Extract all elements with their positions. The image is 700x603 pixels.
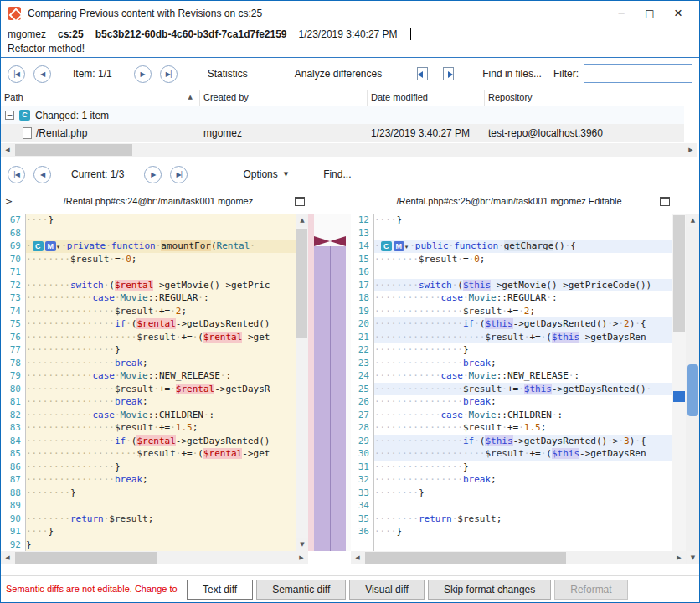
minimize-button[interactable]: ─ [607,1,636,26]
scroll-right-icon[interactable]: ▶ [295,551,308,564]
find-button[interactable]: Find... [323,168,351,180]
code-line[interactable] [374,227,672,240]
window-controls: ─ □ × [607,1,692,26]
last-item-button[interactable]: ▶| [160,65,178,83]
code-line[interactable]: ················if·($this->getDaysRented… [374,317,672,331]
column-header-path[interactable]: Path ▲ [1,90,200,106]
scroll-up-icon[interactable]: ▲ [687,214,700,227]
find-in-files-button[interactable]: Find in files... [482,68,542,80]
options-menu-button[interactable]: Options [243,168,277,180]
maximize-right-pane-icon[interactable] [660,197,670,206]
scrollbar-thumb[interactable] [15,144,132,156]
analyze-differences-button[interactable]: Analyze differences [295,68,383,80]
code-line[interactable]: ················break; [374,357,672,370]
code-line[interactable]: ················} [374,343,672,357]
table-row[interactable]: /Rental.php mgomez 1/23/2019 3:40:27 PM … [1,124,684,142]
scrollbar-thumb[interactable] [673,215,685,332]
item-counter: Item: 1/1 [73,68,112,80]
code-line[interactable]: ················$result·+=·$this->getDay… [374,383,672,396]
next-diff-button[interactable]: ▶ [144,166,162,183]
code-line[interactable]: ····················$result·+=·($this->g… [374,447,672,461]
code-line[interactable] [374,499,672,513]
visual-diff-button[interactable]: Visual diff [349,580,425,600]
right-pane-horizontal-scrollbar[interactable]: ◀ ▶ [351,551,686,564]
next-diff-file-icon[interactable] [443,67,454,80]
code-line[interactable]: ········switch·($this->getMovie()->getPr… [374,279,672,292]
scroll-right-icon[interactable]: ▶ [672,551,686,564]
code-line[interactable]: ················if·($this->getDaysRented… [374,435,672,448]
skip-format-changes-button[interactable]: Skip format changes [428,580,551,600]
next-item-button[interactable]: ▶ [134,65,152,83]
code-line[interactable]: ················} [374,461,672,474]
right-line-numbers: 1213141516171819202122232425262728293031… [351,214,374,551]
scroll-down-icon[interactable]: ▼ [296,538,309,551]
reformat-button[interactable]: Reformat [554,580,627,600]
previous-diff-button[interactable]: ◀ [33,166,51,183]
code-line[interactable]: ············case·Movie::REGULAR·: [374,291,672,305]
scroll-left-icon[interactable]: ◀ [1,143,14,157]
scrollbar-thumb[interactable] [687,364,698,416]
scroll-left-icon[interactable]: ◀ [351,551,364,564]
scrollbar-thumb[interactable] [296,229,307,338]
collapse-expander-icon[interactable]: − [5,111,14,120]
line-number: 19 [351,305,373,318]
text-diff-button[interactable]: Text diff [187,580,253,600]
line-number: 79 [1,369,25,383]
tree-group-row[interactable]: − C Changed: 1 item [1,106,684,124]
code-line[interactable]: ············case·Movie::CHILDREN·: [374,409,672,422]
line-number: 33 [351,487,373,500]
first-diff-button[interactable]: |◀ [8,166,25,183]
line-number: 82 [1,409,25,422]
moved-block-marker-icon[interactable] [314,236,346,246]
line-number: 80 [1,383,25,396]
code-line[interactable]: ············case·Movie::NEW_RELEASE·: [374,369,672,383]
scroll-down-icon[interactable]: ▼ [687,551,700,564]
code-line: ················} [26,461,296,474]
code-line: ········return·$result; [26,513,296,526]
first-item-button[interactable]: |◀ [8,65,25,83]
code-line[interactable]: ················$result·+=·2; [374,305,672,318]
line-number: 22 [351,343,373,357]
code-line[interactable]: ·CM▾·public·function·getCharge()·{ [374,240,672,253]
maximize-button[interactable]: □ [636,1,664,26]
code-line[interactable]: ········} [374,487,672,500]
left-pane-scrollbar[interactable]: ▲ ▼ [296,214,308,551]
column-header-created-by[interactable]: Created by [200,90,368,106]
scrollbar-thumb[interactable] [15,552,157,564]
scroll-left-icon[interactable]: ◀ [1,551,14,564]
last-diff-button[interactable]: ▶| [170,166,188,183]
maximize-left-pane-icon[interactable] [295,197,305,206]
right-code-pane[interactable]: ····}·CM▾·public·function·getCharge()·{·… [374,214,672,551]
close-button[interactable]: × [664,1,692,26]
list-horizontal-scrollbar[interactable]: ◀ ▶ [1,143,697,157]
file-date-modified: 1/23/2019 3:40:27 PM [368,127,485,139]
code-line: ················$result·+=·2; [26,305,296,318]
code-line[interactable]: ····} [374,214,672,227]
code-line[interactable]: ················break; [374,395,672,409]
code-line[interactable]: ················$result·+=·1.5; [374,421,672,435]
column-header-date-modified[interactable]: Date modified [368,90,485,106]
statistics-button[interactable]: Statistics [208,68,248,80]
semantic-diff-button[interactable]: Semantic diff [256,580,346,600]
code-line[interactable]: ····} [374,525,672,539]
code-line[interactable]: ········$result·=·0; [374,253,672,266]
previous-diff-file-icon[interactable] [417,67,428,80]
line-number: 76 [1,331,25,344]
code-line[interactable]: ········return·$result; [374,513,672,526]
semantic-diff-notice: Semantic diffs are not editable. Change … [6,584,185,594]
code-line[interactable] [374,265,672,279]
changeset-number: cs:25 [58,28,84,40]
code-line[interactable]: ····················$result·+=·($this->g… [374,331,672,344]
filter-input[interactable] [584,64,692,83]
column-header-repository[interactable]: Repository [485,90,684,106]
right-pane-scrollbar[interactable] [672,214,686,551]
line-number: 14 [351,240,373,253]
previous-item-button[interactable]: ◀ [33,65,51,83]
global-vertical-scrollbar[interactable]: ▲ ▼ [686,214,700,564]
scrollbar-thumb[interactable] [365,552,566,564]
app-window: Comparing Previous content with Revision… [0,0,700,603]
scroll-up-icon[interactable]: ▲ [296,214,309,227]
code-line[interactable]: ················break; [374,473,672,487]
left-pane-horizontal-scrollbar[interactable]: ◀ ▶ [1,551,308,564]
scroll-right-icon[interactable]: ▶ [684,143,697,157]
